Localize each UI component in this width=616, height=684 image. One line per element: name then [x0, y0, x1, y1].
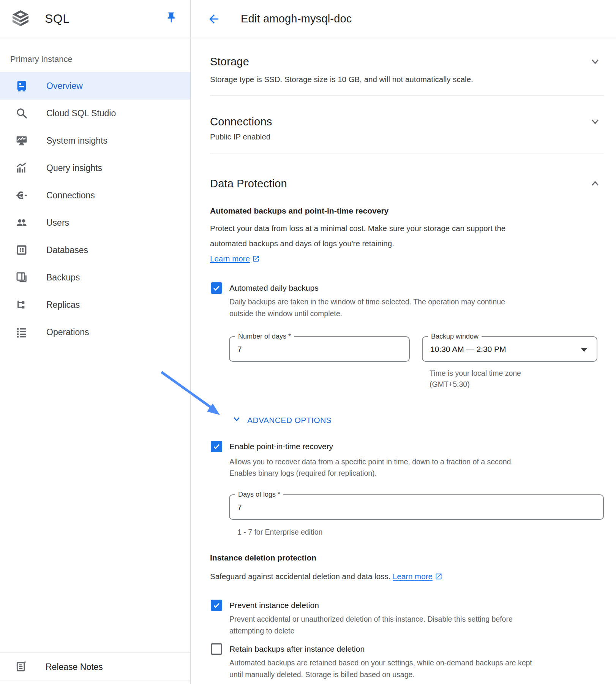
- data-protection-title: Data Protection: [210, 177, 287, 190]
- backup-window-value: 10:30 AM — 2:30 PM: [430, 345, 506, 354]
- days-of-logs-value: 7: [237, 503, 242, 512]
- pitr-row: Enable point-in-time recovery: [211, 441, 604, 452]
- operations-list-icon: [15, 326, 28, 339]
- number-of-days-input[interactable]: Number of days * 7: [229, 336, 410, 362]
- overview-icon: [15, 79, 28, 92]
- sidebar-nav: Overview Cloud SQL Studio: [0, 72, 190, 346]
- deletion-protection-intro: Safeguard against accidental deletion an…: [210, 572, 604, 581]
- sidebar-item-label: Operations: [46, 327, 89, 337]
- back-arrow-icon[interactable]: [207, 12, 221, 26]
- sidebar-item-query-insights[interactable]: Query insights: [0, 154, 190, 182]
- sidebar-item-label: Connections: [46, 190, 95, 201]
- sidebar-header: SQL: [0, 0, 190, 38]
- checkbox-label[interactable]: Automated daily backups: [229, 283, 319, 293]
- external-link-icon: [250, 254, 260, 263]
- product-name: SQL: [45, 12, 70, 26]
- deletion-protection-subheading: Instance deletion protection: [210, 553, 604, 562]
- advanced-options-toggle[interactable]: ADVANCED OPTIONS: [231, 414, 604, 426]
- search-icon: [15, 107, 28, 120]
- chevron-down-icon[interactable]: [589, 115, 602, 128]
- storage-section-header: Storage: [210, 55, 604, 68]
- learn-more-link[interactable]: Learn more: [393, 572, 433, 581]
- automated-daily-backups-checkbox[interactable]: [211, 282, 222, 294]
- checkbox-label[interactable]: Prevent instance deletion: [229, 601, 319, 610]
- storage-summary: Storage type is SSD. Storage size is 10 …: [210, 74, 604, 84]
- sidebar-item-system-insights[interactable]: System insights: [0, 127, 190, 154]
- release-notes-icon: [15, 660, 27, 674]
- sidebar-item-label: Replicas: [46, 300, 80, 310]
- backup-window-label: Backup window: [428, 332, 482, 340]
- number-of-days-label: Number of days *: [235, 332, 294, 340]
- external-link-icon: [433, 572, 442, 581]
- retain-backups-row: Retain backups after instance deletion: [211, 643, 604, 655]
- sidebar-item-databases[interactable]: Databases: [0, 236, 190, 264]
- sidebar-item-overview[interactable]: Overview: [0, 72, 190, 100]
- people-icon: [15, 216, 28, 229]
- pin-icon[interactable]: [165, 11, 177, 24]
- main-panel: Edit amogh-mysql-doc Storage Storage typ…: [191, 0, 616, 684]
- pitr-description: Allows you to recover data from a specif…: [229, 456, 604, 479]
- number-of-days-value: 7: [237, 345, 242, 354]
- data-protection-section-header: Data Protection: [210, 177, 604, 190]
- backups-intro-lines: Protect your data from loss at a minimal…: [210, 224, 505, 248]
- advanced-options-label: ADVANCED OPTIONS: [247, 416, 332, 425]
- edit-form: Storage Storage type is SSD. Storage siz…: [191, 55, 616, 684]
- sidebar-item-label: Overview: [46, 81, 83, 91]
- sidebar-item-release-notes[interactable]: Release Notes: [0, 652, 190, 681]
- backup-fields-row: Number of days * 7 Backup window 10:30 A…: [229, 336, 604, 390]
- page-header: Edit amogh-mysql-doc: [191, 0, 616, 38]
- deletion-intro-text: Safeguard against accidental deletion an…: [210, 572, 390, 581]
- sidebar-item-connections[interactable]: Connections: [0, 182, 190, 209]
- prevent-deletion-checkbox[interactable]: [211, 600, 222, 611]
- checkbox-label[interactable]: Enable point-in-time recovery: [229, 442, 333, 451]
- connections-section-header: Connections: [210, 115, 604, 128]
- learn-more-link[interactable]: Learn more: [210, 254, 250, 263]
- checkbox-label[interactable]: Retain backups after instance deletion: [229, 644, 365, 654]
- sidebar-item-operations[interactable]: Operations: [0, 318, 190, 346]
- database-grid-icon: [15, 244, 28, 256]
- storage-title: Storage: [210, 55, 249, 68]
- days-of-logs-input[interactable]: Days of logs * 7: [229, 494, 604, 520]
- divider: [210, 154, 604, 154]
- chevron-down-icon[interactable]: [589, 55, 602, 68]
- automated-daily-backups-description: Daily backups are taken in the window of…: [229, 296, 604, 320]
- sidebar-item-label: Databases: [46, 245, 88, 255]
- connections-title: Connections: [210, 115, 272, 128]
- cloud-sql-logo-icon: [11, 9, 30, 29]
- sidebar-item-replicas[interactable]: Replicas: [0, 291, 190, 318]
- divider: [210, 95, 604, 96]
- backups-subheading: Automated backups and point-in-time reco…: [210, 206, 604, 215]
- sidebar-item-label: Users: [46, 218, 69, 228]
- replica-tree-icon: [15, 298, 28, 311]
- backup-window-column: Backup window 10:30 AM — 2:30 PM Time is…: [422, 336, 597, 390]
- days-of-logs-helper: 1 - 7 for Enterprise edition: [237, 527, 604, 537]
- bar-chart-icon: [15, 162, 28, 174]
- retain-backups-checkbox[interactable]: [211, 643, 222, 655]
- dropdown-caret-icon: [581, 348, 588, 352]
- app-window: SQL Primary instance: [0, 0, 616, 684]
- sidebar-section-label: Primary instance: [10, 54, 190, 64]
- sidebar-item-label: Backups: [46, 272, 80, 283]
- release-notes-label: Release Notes: [46, 662, 103, 672]
- sidebar-item-label: Query insights: [46, 163, 102, 173]
- backup-icon: [15, 271, 28, 284]
- sidebar-item-users[interactable]: Users: [0, 209, 190, 236]
- sidebar-item-label: Cloud SQL Studio: [46, 108, 116, 119]
- monitor-chart-icon: [15, 134, 28, 147]
- pitr-checkbox[interactable]: [211, 441, 222, 452]
- chevron-down-icon: [231, 414, 242, 426]
- sidebar-item-backups[interactable]: Backups: [0, 264, 190, 291]
- sidebar: SQL Primary instance: [0, 0, 191, 684]
- connections-summary: Public IP enabled: [210, 132, 604, 142]
- backup-window-helper: Time is your local time zone (GMT+5:30): [422, 368, 597, 390]
- sidebar-item-cloud-sql-studio[interactable]: Cloud SQL Studio: [0, 100, 190, 127]
- days-of-logs-label: Days of logs *: [235, 490, 283, 499]
- automated-daily-backups-row: Automated daily backups: [211, 282, 604, 294]
- prevent-deletion-description: Prevent accidental or unauthorized delet…: [229, 613, 604, 637]
- chevron-up-icon[interactable]: [589, 177, 602, 190]
- connection-icon: [15, 189, 28, 202]
- backups-intro-text: Protect your data from loss at a minimal…: [210, 221, 604, 266]
- retain-backups-description: Automated backups are retained based on …: [229, 657, 604, 681]
- backup-window-select[interactable]: Backup window 10:30 AM — 2:30 PM: [422, 336, 597, 362]
- page-title: Edit amogh-mysql-doc: [241, 13, 352, 25]
